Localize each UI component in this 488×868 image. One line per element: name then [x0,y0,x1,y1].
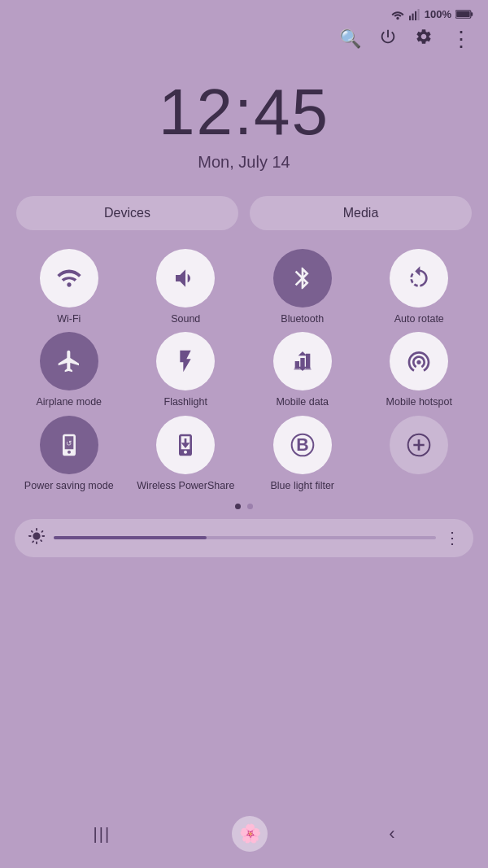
recents-button[interactable]: ||| [94,825,111,844]
svg-text:B: B [296,434,308,454]
tabs-row: Devices Media [0,180,488,242]
wifi-status-icon [390,9,405,20]
toggle-bluetooth[interactable]: Bluetooth [246,249,359,325]
auto-rotate-label: Auto rotate [394,312,444,325]
brightness-row[interactable]: ⋮ [15,519,473,557]
toggle-wifi[interactable]: Wi-Fi [13,249,125,325]
svg-rect-2 [412,13,413,20]
search-button[interactable]: 🔍 [339,28,361,50]
clock-date: Mon, July 14 [0,153,488,172]
toggle-sound[interactable]: Sound [130,249,242,325]
svg-point-0 [396,16,399,19]
auto-rotate-circle [390,249,448,308]
svg-rect-6 [471,12,473,16]
tab-devices[interactable]: Devices [16,196,238,230]
blue-light-label: Blue light filter [270,479,334,492]
back-button[interactable]: ‹ [389,823,394,844]
svg-rect-4 [417,9,419,20]
brightness-track[interactable] [54,536,436,539]
bluetooth-label: Bluetooth [281,312,324,325]
svg-rect-1 [409,15,411,20]
power-button[interactable] [379,28,397,50]
toggle-add[interactable] [364,416,476,492]
battery-icon [455,9,473,20]
svg-rect-7 [456,11,470,17]
toggle-flashlight[interactable]: Flashlight [130,332,242,408]
dot-1 [235,504,241,509]
toggle-mobile-hotspot[interactable]: Mobile hotspot [364,332,476,408]
settings-button[interactable] [415,28,433,50]
power-saving-circle: ↺ [40,416,98,474]
airplane-circle [40,332,98,390]
wireless-powershare-circle [156,416,215,474]
brightness-icon [28,527,46,549]
battery-text: 100% [425,8,451,20]
home-button[interactable]: 🌸 [232,816,268,852]
flashlight-circle [156,332,215,390]
toggle-mobile-data[interactable]: Mobile data [246,332,359,408]
status-icons: 100% [390,8,473,20]
clock-time: 12:45 [0,75,488,150]
more-button[interactable]: ⋮ [451,28,472,50]
mobile-data-circle [273,332,332,390]
mobile-hotspot-label: Mobile hotspot [386,395,452,408]
toggle-airplane[interactable]: Airplane mode [13,332,125,408]
clock-section: 12:45 Mon, July 14 [0,59,488,180]
signal-icon [409,9,420,20]
flashlight-label: Flashlight [164,395,208,408]
blue-light-circle: B [273,416,332,474]
bottom-nav: ||| 🌸 ‹ [0,805,488,868]
svg-rect-3 [415,11,416,20]
toggle-blue-light[interactable]: B Blue light filter [246,416,359,492]
sound-circle [156,249,215,308]
mobile-hotspot-circle [390,332,448,390]
wireless-powershare-label: Wireless PowerShare [137,479,234,492]
brightness-fill [54,536,207,539]
svg-text:↺: ↺ [66,439,72,447]
status-bar: 100% [0,0,488,24]
wifi-label: Wi-Fi [57,312,81,325]
add-label [418,479,420,492]
dot-2 [247,504,253,509]
airplane-label: Airplane mode [36,395,102,408]
mobile-data-label: Mobile data [276,395,329,408]
wifi-circle [40,249,98,308]
tab-media[interactable]: Media [250,196,472,230]
toggle-wireless-powershare[interactable]: Wireless PowerShare [130,416,242,492]
top-actions: 🔍 ⋮ [0,24,488,59]
toggle-power-saving[interactable]: ↺ Power saving mode [13,416,125,492]
add-circle [390,416,448,474]
bluetooth-circle [273,249,332,308]
power-saving-label: Power saving mode [24,479,114,492]
brightness-more[interactable]: ⋮ [444,528,460,547]
sound-label: Sound [171,312,200,325]
page-dots [0,504,488,509]
toggle-auto-rotate[interactable]: Auto rotate [364,249,476,325]
toggle-grid: Wi-Fi Sound Bluetooth Auto rotate [0,242,488,492]
